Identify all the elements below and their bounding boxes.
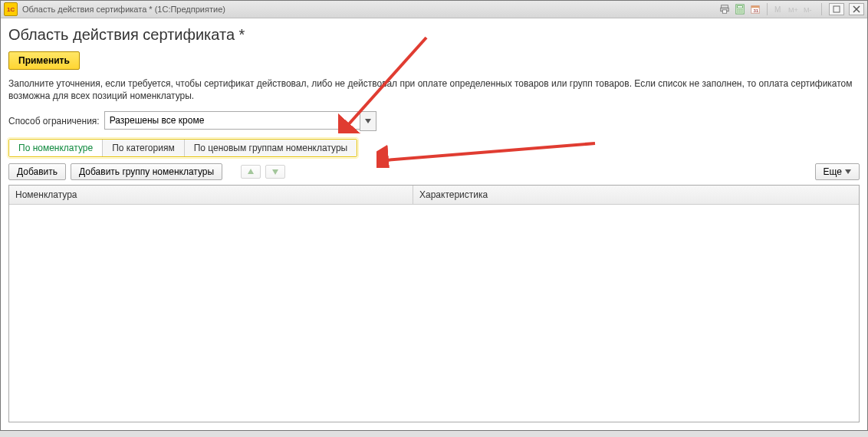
tabs-row: По номенклатуре По категориям По ценовым…	[8, 139, 357, 157]
svg-marker-23	[272, 169, 278, 175]
toolbar: Добавить Добавить группу номенклатуры Ещ…	[8, 163, 860, 180]
svg-rect-1	[722, 5, 728, 8]
svg-point-7	[739, 9, 741, 11]
close-button[interactable]	[849, 3, 864, 15]
chevron-down-icon[interactable]	[360, 111, 376, 131]
svg-point-10	[739, 12, 741, 13]
svg-marker-21	[365, 119, 371, 123]
titlebar: 1С Область действия сертификата * (1С:Пр…	[1, 1, 867, 18]
tab-by-price-groups[interactable]: По ценовым группам номенклатуры	[185, 140, 357, 156]
m-minus-icon[interactable]: M-	[804, 3, 816, 15]
restriction-label: Способ ограничения:	[8, 116, 100, 127]
svg-marker-22	[248, 169, 254, 174]
svg-point-6	[738, 9, 739, 11]
svg-point-8	[741, 9, 743, 11]
svg-point-9	[738, 12, 739, 13]
description-text: Заполните уточнения, если требуется, что…	[8, 77, 860, 102]
more-button-label: Еще	[824, 166, 842, 177]
svg-text:M+: M+	[788, 6, 798, 14]
calculator-icon[interactable]	[734, 3, 746, 15]
m-plus-icon[interactable]: M+	[788, 3, 801, 15]
svg-text:M-: M-	[804, 6, 812, 14]
move-down-button[interactable]	[265, 165, 285, 179]
svg-rect-5	[738, 6, 743, 8]
svg-marker-24	[845, 169, 851, 174]
more-button[interactable]: Еще	[815, 163, 860, 180]
table-header: Номенклатура Характеристика	[9, 186, 859, 205]
calendar-icon[interactable]: 31	[749, 3, 761, 15]
tab-by-categories[interactable]: По категориям	[103, 140, 185, 156]
svg-point-11	[741, 12, 743, 13]
add-group-button[interactable]: Добавить группу номенклатуры	[71, 163, 222, 180]
table-body[interactable]	[9, 205, 859, 422]
move-up-button[interactable]	[241, 165, 261, 179]
svg-text:31: 31	[753, 8, 758, 13]
svg-rect-18	[833, 6, 840, 12]
chevron-down-icon	[845, 169, 851, 175]
svg-line-28	[386, 143, 595, 160]
column-characteristic[interactable]: Характеристика	[413, 186, 859, 204]
tab-by-nomenclature[interactable]: По номенклатуре	[9, 140, 103, 156]
maximize-button[interactable]	[829, 3, 844, 15]
svg-text:1С: 1С	[7, 6, 15, 13]
column-nomenclature[interactable]: Номенклатура	[9, 186, 413, 204]
window-title: Область действия сертификата * (1С:Предп…	[22, 5, 225, 14]
svg-text:M: M	[774, 5, 781, 14]
print-icon[interactable]	[718, 3, 731, 15]
svg-rect-3	[722, 10, 726, 13]
add-button[interactable]: Добавить	[8, 163, 66, 180]
table: Номенклатура Характеристика	[8, 185, 860, 422]
restriction-select[interactable]	[104, 111, 360, 130]
page-title: Область действия сертификата *	[8, 26, 860, 44]
apply-button[interactable]: Применить	[8, 51, 80, 70]
m-action-1-icon[interactable]: M	[773, 3, 785, 15]
app-logo-1c: 1С	[4, 2, 18, 16]
